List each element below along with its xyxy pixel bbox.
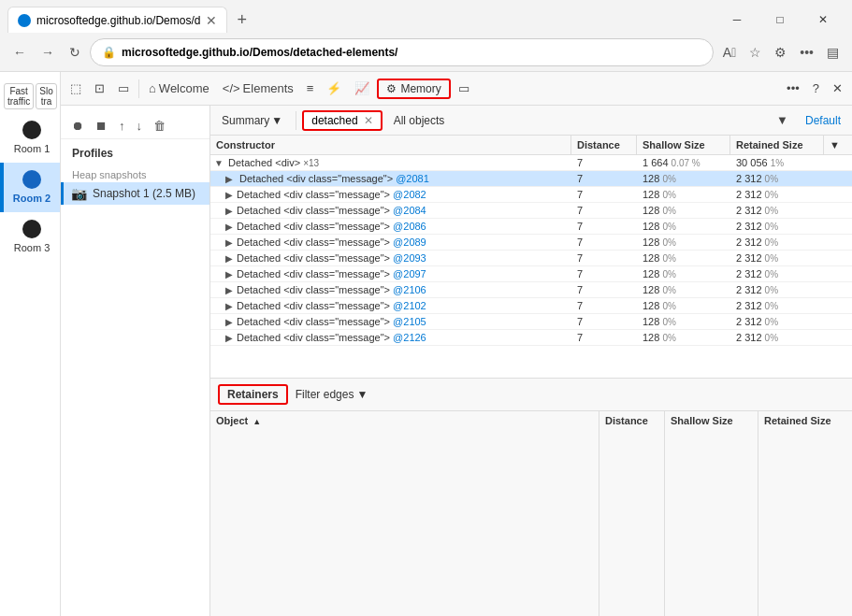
stop-button[interactable]: ⏹ xyxy=(92,117,111,135)
active-tab[interactable]: microsoftedge.github.io/Demos/d ✕ xyxy=(7,7,227,33)
address-link[interactable]: @2105 xyxy=(390,316,426,327)
address-bar[interactable]: 🔒 microsoftedge.github.io/Demos/detached… xyxy=(90,38,714,66)
back-button[interactable]: ← xyxy=(7,41,32,64)
table-row[interactable]: ▶Detached <div class="message"> @2126 71… xyxy=(210,330,852,346)
more-tools-button[interactable]: ••• xyxy=(781,78,805,99)
traffic-buttons: Fasttraffic Slotra xyxy=(0,79,60,113)
devtools-toolbar: ⬚ ⊡ ▭ ⌂ Welcome </> Elements ≡ ⚡ 📈 ⚙ Mem… xyxy=(61,72,852,106)
room-2-item[interactable]: Room 2 xyxy=(0,163,60,212)
tab-favicon xyxy=(18,14,31,27)
table-area: Summary ▼ detached ✕ All objects ▼ Defau… xyxy=(210,106,852,616)
lock-icon: 🔒 xyxy=(102,46,116,59)
nav-bar: ← → ↻ 🔒 microsoftedge.github.io/Demos/de… xyxy=(0,34,852,71)
table-row[interactable]: ▶Detached <div class="message"> @2102 71… xyxy=(210,298,852,314)
extensions-button[interactable]: ⚙ xyxy=(769,41,792,64)
snapshot-1-label: Snapshot 1 (2.5 MB) xyxy=(93,187,195,200)
close-devtools-button[interactable]: ✕ xyxy=(827,78,848,99)
default-button[interactable]: Default xyxy=(798,110,848,131)
sidebar-button[interactable]: ▤ xyxy=(821,41,845,64)
room-1-item[interactable]: Room 1 xyxy=(0,113,60,163)
address-link[interactable]: @2082 xyxy=(390,189,426,200)
network-tab-button[interactable]: ≡ xyxy=(301,78,320,99)
minimize-button[interactable]: ─ xyxy=(715,7,758,33)
table-row[interactable]: ▶Detached <div class="message"> @2086 71… xyxy=(210,219,852,235)
constructor-cell: ▶Detached <div class="message"> @2105 xyxy=(210,314,571,329)
constructor-cell: ▶Detached <div class="message"> @2086 xyxy=(210,219,571,234)
sources-tab-button[interactable]: ⚡ xyxy=(321,78,347,99)
constructor-cell: ▶Detached <div class="message"> @2082 xyxy=(210,187,571,202)
elements-tab-button[interactable]: </> Elements xyxy=(217,78,299,99)
shallow-size-header: Shallow Size xyxy=(637,136,730,154)
table-row[interactable]: ▶Detached <div class="message"> @2082 71… xyxy=(210,187,852,203)
filter-edges-button[interactable]: Filter edges ▼ xyxy=(296,388,368,401)
address-link[interactable]: @2106 xyxy=(390,284,426,295)
url-text: microsoftedge.github.io/Demos/detached-e… xyxy=(122,46,701,59)
new-tab-button[interactable]: + xyxy=(231,8,253,32)
clear-button[interactable]: ↑ xyxy=(115,117,129,135)
record-button[interactable]: ⏺ xyxy=(68,117,88,135)
delete-button[interactable]: 🗑 xyxy=(150,117,169,135)
filter-remove-button[interactable]: ✕ xyxy=(364,114,373,127)
memory-tab-button[interactable]: ⚙ Memory xyxy=(377,79,450,99)
help-button[interactable]: ? xyxy=(807,78,825,99)
tab-close-button[interactable]: ✕ xyxy=(206,14,217,27)
profiles-panel: ⏺ ⏹ ↑ ↓ 🗑 Profiles Heap snapshots 📷 Snap… xyxy=(61,106,210,616)
forward-button[interactable]: → xyxy=(36,41,60,64)
memory-tab-label: Memory xyxy=(400,82,440,95)
sort-dropdown-button[interactable]: ▼ xyxy=(771,109,794,131)
restore-button[interactable]: □ xyxy=(758,7,801,33)
load-button[interactable]: ↓ xyxy=(133,117,147,135)
all-objects-button[interactable]: All objects xyxy=(386,110,453,131)
expand-icon[interactable]: ▼ xyxy=(214,158,225,168)
table-row[interactable]: ▶Detached <div class="message"> @2106 71… xyxy=(210,282,852,298)
summary-button[interactable]: Summary ▼ xyxy=(214,110,290,131)
table-row[interactable]: ▼ Detached <div> ×13 7 1 664 0.07 % 30 0… xyxy=(210,155,852,171)
close-button[interactable]: ✕ xyxy=(801,7,845,33)
more-button[interactable]: ••• xyxy=(794,41,819,64)
fast-traffic-button[interactable]: Fasttraffic xyxy=(4,83,34,109)
favorites-button[interactable]: ☆ xyxy=(744,41,767,64)
welcome-label: Welcome xyxy=(159,81,209,95)
table-row[interactable]: ▶Detached <div class="message"> @2089 71… xyxy=(210,235,852,251)
profile-toolbar: ⏺ ⏹ ↑ ↓ 🗑 xyxy=(61,113,209,139)
table-row[interactable]: ▶ Detached <div class="message"> @2081 7… xyxy=(210,171,852,187)
retainers-button[interactable]: Retainers xyxy=(218,384,288,405)
room-3-item[interactable]: Room 3 xyxy=(0,212,60,262)
table-row[interactable]: ▶Detached <div class="message"> @2084 71… xyxy=(210,203,852,219)
lower-table: Object ▲ Distance Shallow Size Retained … xyxy=(210,411,852,616)
application-tab-button[interactable]: ▭ xyxy=(453,78,475,99)
address-link[interactable]: @2089 xyxy=(390,236,426,248)
table-row[interactable]: ▶Detached <div class="message"> @2105 71… xyxy=(210,314,852,330)
address-link[interactable]: @2084 xyxy=(390,205,426,216)
expand-icon[interactable]: ▶ xyxy=(225,174,237,184)
welcome-tab-button[interactable]: ⌂ Welcome xyxy=(143,78,215,99)
devtools-panel: ⬚ ⊡ ▭ ⌂ Welcome </> Elements ≡ ⚡ 📈 ⚙ Mem… xyxy=(61,72,852,616)
retained-size-header: Retained Size xyxy=(730,136,824,154)
room-1-dot xyxy=(22,121,41,139)
table-row[interactable]: ▶Detached <div class="message"> @2093 71… xyxy=(210,251,852,266)
constructor-cell: ▶Detached <div class="message"> @2106 xyxy=(210,282,571,297)
address-link[interactable]: @2097 xyxy=(390,268,426,279)
inspect-element-button[interactable]: ⬚ xyxy=(65,78,87,99)
read-aloud-button[interactable]: A⃣ xyxy=(717,41,742,64)
constructor-text: Detached <div> xyxy=(228,157,300,168)
url-domain: microsoftedge.github.io xyxy=(122,46,250,59)
address-link[interactable]: @2102 xyxy=(390,300,426,311)
slow-traffic-button[interactable]: Slotra xyxy=(36,83,56,109)
address-link[interactable]: @2093 xyxy=(390,252,426,264)
refresh-button[interactable]: ↻ xyxy=(64,41,86,64)
retained-size-header2: Retained Size xyxy=(758,411,852,616)
snapshot-1-item[interactable]: 📷 Snapshot 1 (2.5 MB) xyxy=(61,182,209,205)
address-link[interactable]: @2081 xyxy=(396,173,429,184)
device-emulation-button[interactable]: ⊡ xyxy=(89,78,110,99)
browser-chrome: microsoftedge.github.io/Demos/d ✕ + ─ □ … xyxy=(0,0,852,72)
address-link[interactable]: @2126 xyxy=(390,332,426,343)
room-2-label: Room 2 xyxy=(13,193,51,205)
console-drawer-button[interactable]: ▭ xyxy=(112,78,135,99)
performance-tab-button[interactable]: 📈 xyxy=(349,78,375,99)
constructor-cell: ▼ Detached <div> ×13 xyxy=(210,155,571,170)
address-link[interactable]: @2086 xyxy=(390,221,426,232)
constructor-header: Constructor xyxy=(210,136,571,154)
constructor-cell: ▶Detached <div class="message"> @2097 xyxy=(210,266,571,281)
table-row[interactable]: ▶Detached <div class="message"> @2097 71… xyxy=(210,266,852,282)
